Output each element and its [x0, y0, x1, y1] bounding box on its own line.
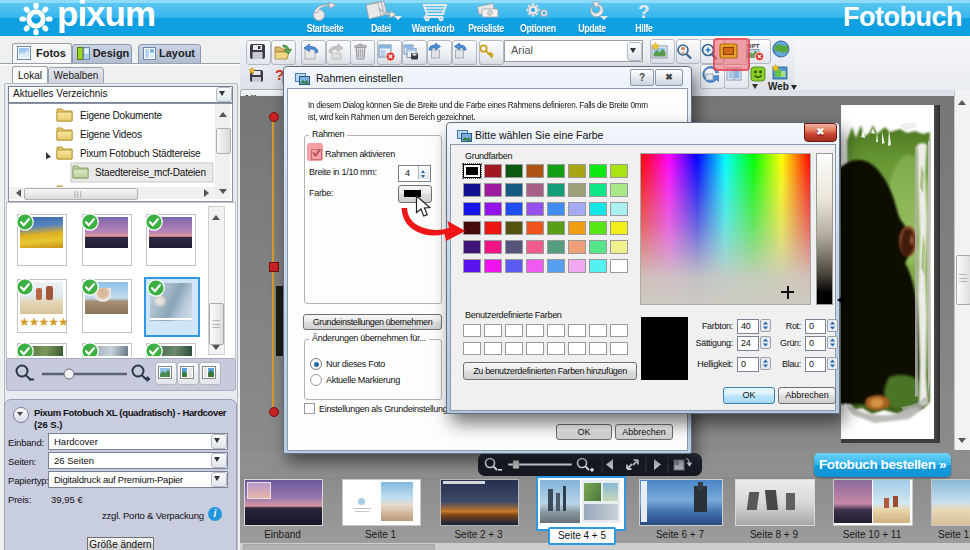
svg-text:?: ?	[638, 1, 650, 22]
